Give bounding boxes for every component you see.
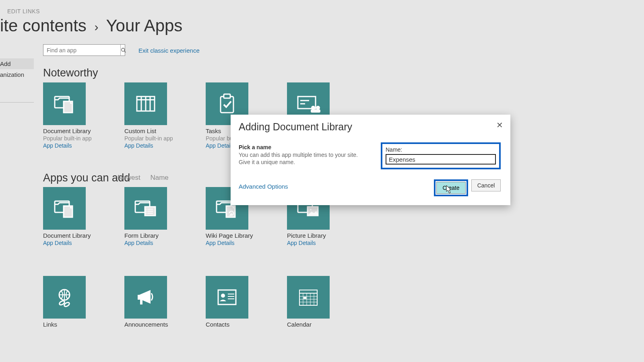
sort-name[interactable]: Name <box>150 174 168 181</box>
app-subtitle: Popular built-in app <box>124 135 167 142</box>
search-input[interactable] <box>43 45 120 55</box>
app-tile-document-library[interactable]: Document Library Popular built-in app Ap… <box>43 82 86 149</box>
svg-point-38 <box>221 294 225 298</box>
breadcrumb-separator: › <box>94 20 98 33</box>
svg-rect-9 <box>221 97 233 113</box>
name-label: Name: <box>386 146 496 153</box>
svg-point-0 <box>122 48 125 51</box>
breadcrumb-part1[interactable]: ite contents <box>0 16 87 35</box>
app-details-link[interactable]: App Details <box>124 240 167 246</box>
section-noteworthy-heading: Noteworthy <box>43 67 98 79</box>
app-details-link[interactable]: App Details <box>287 240 330 246</box>
app-title: Form Library <box>124 232 167 239</box>
sidebar-divider <box>0 102 34 103</box>
svg-rect-10 <box>224 94 230 98</box>
breadcrumb-part2: Your Apps <box>106 16 182 35</box>
pick-name-description: You can add this app multiple times to y… <box>239 152 365 166</box>
advanced-options-link[interactable]: Advanced Options <box>239 183 288 190</box>
sidebar-item-add[interactable]: Add <box>0 58 34 69</box>
search-box[interactable] <box>43 44 125 56</box>
app-tile-contacts[interactable]: Contacts <box>206 276 248 329</box>
svg-rect-37 <box>218 290 236 304</box>
app-subtitle: Popular built-in app <box>43 135 86 142</box>
create-button-highlighted: Create <box>434 179 468 196</box>
app-tile-announcements[interactable]: Announcements <box>124 276 167 329</box>
modal-description-area: Pick a name You can add this app multipl… <box>239 144 365 171</box>
create-button[interactable]: Create <box>436 182 466 194</box>
app-title: Links <box>43 321 86 328</box>
svg-rect-16 <box>311 109 320 113</box>
app-details-link[interactable]: App Details <box>124 142 167 149</box>
document-library-icon <box>43 82 86 125</box>
form-library-icon <box>124 187 167 230</box>
custom-list-icon <box>124 82 167 125</box>
addable-apps-row2: Links Announcements Contacts Calendar <box>43 276 330 329</box>
svg-point-26 <box>146 213 147 214</box>
app-title: Custom List <box>124 128 167 134</box>
contacts-icon <box>206 276 248 319</box>
sidebar: Add anization <box>0 58 34 103</box>
svg-point-24 <box>146 209 147 210</box>
svg-point-15 <box>316 106 320 110</box>
section-addable-heading: Apps you can add <box>43 172 130 184</box>
sort-newest[interactable]: Newest <box>118 174 140 181</box>
app-title: Wiki Page Library <box>206 232 248 239</box>
add-document-library-modal: Adding Document Library ✕ Pick a name Yo… <box>231 115 510 205</box>
app-tile-document-library-2[interactable]: Document Library App Details <box>43 187 86 246</box>
close-icon[interactable]: ✕ <box>495 120 505 130</box>
app-title: Document Library <box>43 128 86 134</box>
app-title: Announcements <box>124 321 167 328</box>
app-tile-form-library[interactable]: Form Library App Details <box>124 187 167 246</box>
sidebar-item-organization[interactable]: anization <box>0 69 34 80</box>
pick-name-label: Pick a name <box>239 144 365 150</box>
svg-rect-36 <box>140 299 142 304</box>
app-details-link[interactable]: App Details <box>43 142 86 149</box>
sort-links: Newest Name <box>118 174 177 182</box>
breadcrumb: ite contents › Your Apps <box>0 16 182 35</box>
svg-point-14 <box>311 106 315 110</box>
app-title: Calendar <box>287 321 330 328</box>
name-field-highlighted: Name: <box>381 142 501 169</box>
app-tile-custom-list[interactable]: Custom List Popular built-in app App Det… <box>124 82 167 149</box>
announcements-icon <box>124 276 167 319</box>
exit-classic-link[interactable]: Exit classic experience <box>138 47 200 54</box>
edit-links-label[interactable]: EDIT LINKS <box>7 8 40 14</box>
modal-title: Adding Document Library <box>239 121 501 133</box>
app-title: Document Library <box>43 232 86 239</box>
svg-rect-42 <box>299 290 317 305</box>
cancel-button[interactable]: Cancel <box>471 179 501 191</box>
search-icon[interactable] <box>120 45 126 56</box>
svg-line-1 <box>124 51 126 52</box>
app-title: Contacts <box>206 321 248 328</box>
svg-rect-51 <box>303 297 306 299</box>
document-library-icon <box>43 187 86 230</box>
svg-point-31 <box>310 209 312 210</box>
name-input[interactable] <box>386 154 496 165</box>
app-tile-links[interactable]: Links <box>43 276 86 329</box>
app-title: Picture Library <box>287 232 330 239</box>
svg-rect-35 <box>138 295 140 300</box>
modal-buttons: Create Cancel <box>434 179 501 196</box>
app-tile-calendar[interactable]: Calendar <box>287 276 330 329</box>
app-details-link[interactable]: App Details <box>43 240 86 246</box>
calendar-icon <box>287 276 330 319</box>
svg-point-25 <box>146 211 147 212</box>
links-icon <box>43 276 86 319</box>
app-details-link[interactable]: App Details <box>206 240 248 246</box>
